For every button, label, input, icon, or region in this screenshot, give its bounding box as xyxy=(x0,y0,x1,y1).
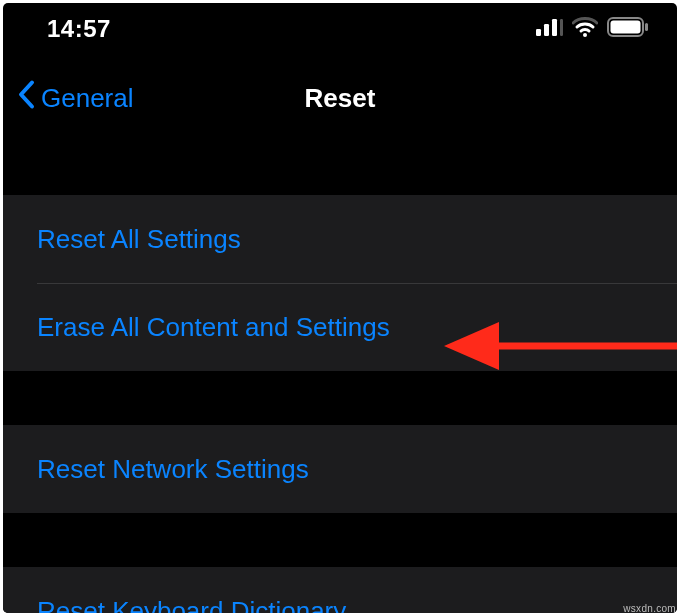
svg-rect-1 xyxy=(544,24,549,36)
chevron-left-icon xyxy=(17,80,37,117)
settings-group-3: Reset Keyboard Dictionary xyxy=(3,567,677,613)
watermark: wsxdn.com xyxy=(623,603,676,614)
svg-rect-6 xyxy=(611,21,641,34)
reset-keyboard-dictionary-row[interactable]: Reset Keyboard Dictionary xyxy=(3,567,677,613)
battery-icon xyxy=(607,17,649,41)
wifi-icon xyxy=(572,17,598,41)
svg-rect-2 xyxy=(552,19,557,36)
status-time: 14:57 xyxy=(47,15,111,43)
row-label: Erase All Content and Settings xyxy=(37,312,390,343)
reset-network-settings-row[interactable]: Reset Network Settings xyxy=(3,425,677,513)
nav-bar: General Reset xyxy=(3,55,677,141)
section-gap xyxy=(3,141,677,195)
nav-title: Reset xyxy=(305,83,376,114)
section-gap xyxy=(3,371,677,425)
back-button[interactable]: General xyxy=(17,80,134,117)
back-label: General xyxy=(41,83,134,114)
settings-group-1: Reset All Settings Erase All Content and… xyxy=(3,195,677,371)
row-label: Reset All Settings xyxy=(37,224,241,255)
cellular-icon xyxy=(536,18,563,40)
reset-all-settings-row[interactable]: Reset All Settings xyxy=(3,195,677,283)
section-gap xyxy=(3,513,677,567)
status-icons xyxy=(536,17,649,41)
status-bar: 14:57 xyxy=(3,3,677,55)
svg-point-4 xyxy=(583,33,587,37)
svg-rect-0 xyxy=(536,29,541,36)
row-label: Reset Keyboard Dictionary xyxy=(37,596,346,614)
svg-rect-7 xyxy=(645,23,648,31)
row-label: Reset Network Settings xyxy=(37,454,309,485)
settings-reset-screen: 14:57 xyxy=(3,3,677,613)
svg-rect-3 xyxy=(560,19,563,36)
erase-all-content-row[interactable]: Erase All Content and Settings xyxy=(3,283,677,371)
settings-group-2: Reset Network Settings xyxy=(3,425,677,513)
